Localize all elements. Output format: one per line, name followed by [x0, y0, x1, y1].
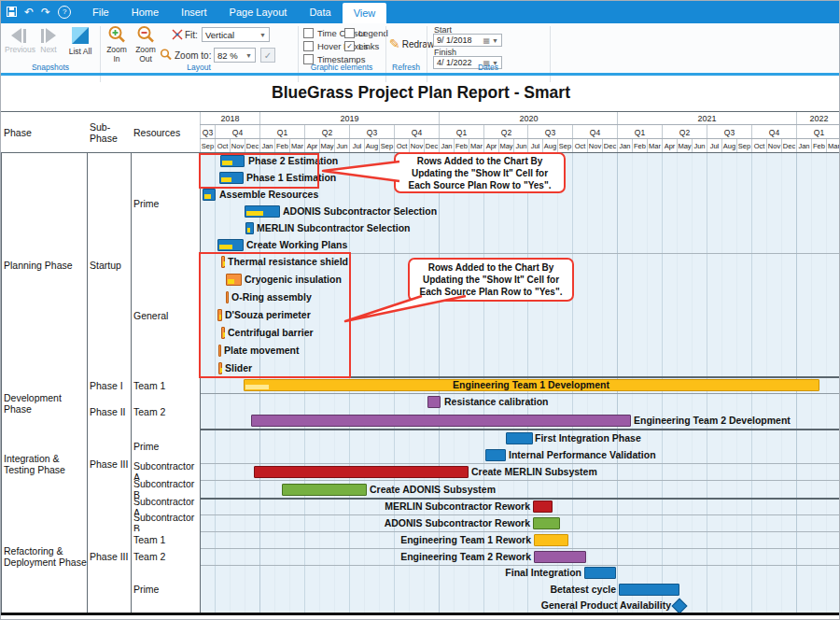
fit-label: Fit: — [185, 30, 198, 40]
callout-text-line: Rows Added to the Chart By — [428, 261, 554, 274]
gantt-bar[interactable] — [203, 189, 216, 201]
checkbox-box — [303, 28, 314, 38]
timeline-quarter: Q4 — [751, 125, 796, 139]
bar-label: ADONIS Subcontractor Selection — [283, 205, 437, 218]
timeline-quarter: Q3 — [349, 125, 394, 139]
bar-label: Assemble Resources — [219, 189, 318, 201]
gridline-month — [826, 153, 827, 613]
gantt-bar[interactable] — [217, 239, 244, 251]
timeline-month: Dec — [781, 139, 796, 153]
timeline-month: Jul — [707, 139, 721, 153]
gantt-bar[interactable] — [427, 396, 441, 408]
help-icon[interactable]: ? — [58, 6, 71, 19]
subphase-cell: Phase III — [87, 430, 131, 499]
list-all-button[interactable]: List All — [63, 25, 98, 56]
save-icon[interactable] — [7, 4, 17, 21]
timeline-month: Nov — [766, 139, 781, 153]
redraw-label: Redraw — [402, 39, 434, 49]
timeline-quarter: Q1 — [439, 125, 483, 139]
zoom-out-label: Zoom Out — [133, 45, 159, 63]
timeline-month: Dec — [245, 139, 259, 153]
resource-cell: Subcontractor B — [131, 514, 200, 531]
resource-separator — [131, 548, 840, 549]
gantt-bar[interactable] — [282, 484, 367, 496]
zoom-to-value: 82 % — [217, 50, 238, 61]
fit-select[interactable]: Vertical▼ — [202, 27, 270, 42]
snapshots-group-label: Snapshots — [1, 63, 100, 72]
callout-text-line: Each Source Plan Row to "Yes". — [409, 179, 552, 191]
timeline-quarter: Q2 — [304, 125, 349, 139]
checkbox-legend[interactable]: Legend — [344, 28, 388, 38]
undo-icon[interactable]: ↶ — [24, 7, 34, 18]
gantt-bar[interactable] — [584, 567, 616, 579]
bar-label: Engineering Team 2 Rework — [400, 551, 531, 563]
layout-group-label: Layout — [100, 63, 298, 72]
timeline-quarter: Q1 — [617, 125, 662, 139]
next-snapshot-button[interactable]: Next — [35, 27, 63, 54]
gantt-bar[interactable] — [533, 517, 560, 529]
resource-separator — [131, 531, 840, 532]
apply-zoom-button[interactable]: ✓ — [260, 48, 275, 63]
gantt-bar[interactable] — [534, 534, 568, 546]
start-date-value: 9/ 1/2018 — [437, 35, 472, 45]
column-border — [1, 111, 2, 613]
zoom-in-label: Zoom In — [104, 45, 130, 63]
timeline-month: Nov — [230, 139, 245, 153]
gantt-bar[interactable] — [506, 432, 533, 444]
phase-cell: Refactoring & Deployment Phase — [1, 499, 87, 613]
resource-cell: Team 1 — [131, 531, 200, 548]
start-date-input[interactable]: 9/ 1/2018 ▦ ▼ — [433, 34, 502, 47]
resource-cell: Prime — [131, 430, 200, 463]
timeline-month: Aug — [364, 139, 379, 153]
timeline-month: Mar — [826, 139, 840, 153]
timeline-year: 2022 — [796, 111, 840, 125]
bar-label: ADONIS Subcontractor Rework — [385, 517, 530, 529]
gantt-bar[interactable] — [534, 551, 586, 563]
gantt-bar[interactable] — [251, 415, 631, 427]
tab-insert[interactable]: Insert — [170, 1, 218, 23]
timeline-month: Mar — [647, 139, 662, 153]
redo-icon[interactable]: ↷ — [41, 7, 50, 18]
tab-file[interactable]: File — [81, 1, 120, 23]
zoom-in-button[interactable]: Zoom In — [104, 25, 130, 63]
highlight-rect-estimation-rows — [199, 153, 319, 189]
table-top-border — [1, 111, 840, 112]
timeline-quarter: Q4 — [572, 125, 617, 139]
timeline-month: Sep — [736, 139, 751, 153]
tab-view[interactable]: View — [343, 3, 387, 23]
timeline-month: Jun — [692, 139, 707, 153]
tab-home[interactable]: Home — [120, 1, 170, 23]
milestone-label: General Product Availability — [541, 599, 671, 612]
progress-stripe — [245, 385, 269, 389]
tab-page-layout[interactable]: Page Layout — [218, 1, 299, 23]
tab-data[interactable]: Data — [298, 1, 342, 23]
timeline-month: Jun — [334, 139, 349, 153]
zoom-out-button[interactable]: Zoom Out — [133, 25, 159, 63]
checkbox-links[interactable]: ✓Links — [344, 41, 379, 51]
gantt-bar[interactable] — [245, 222, 254, 234]
header-line — [200, 124, 840, 125]
gantt-bar[interactable] — [533, 500, 553, 513]
gantt-bar[interactable] — [619, 584, 679, 596]
bar-label: Engineering Team 1 Development — [453, 379, 609, 391]
timeline-month: Oct — [394, 139, 409, 153]
callout-show-it-2: Rows Added to the Chart ByUpdating the "… — [408, 258, 574, 302]
timeline-month: May — [498, 139, 513, 153]
resource-separator — [131, 463, 840, 464]
previous-snapshot-button[interactable]: Previous — [5, 27, 33, 54]
column-header-phase: Phase — [1, 111, 87, 153]
gridline-month — [215, 153, 216, 613]
resource-separator — [131, 514, 840, 515]
subphase-cell: Phase II — [87, 393, 131, 430]
column-border — [131, 111, 132, 613]
timeline-month: Feb — [454, 139, 469, 153]
column-header-resources: Resources — [131, 111, 200, 153]
next-icon — [35, 27, 63, 44]
gantt-bar[interactable] — [245, 205, 280, 218]
timeline-month: Mar — [469, 139, 483, 153]
timeline-month: Feb — [632, 139, 647, 153]
gantt-bar[interactable] — [254, 466, 469, 478]
gantt-bar[interactable] — [485, 449, 506, 461]
zoom-to-select[interactable]: 82 %▼ — [214, 48, 256, 63]
highlight-rect-general-rows — [199, 252, 351, 378]
